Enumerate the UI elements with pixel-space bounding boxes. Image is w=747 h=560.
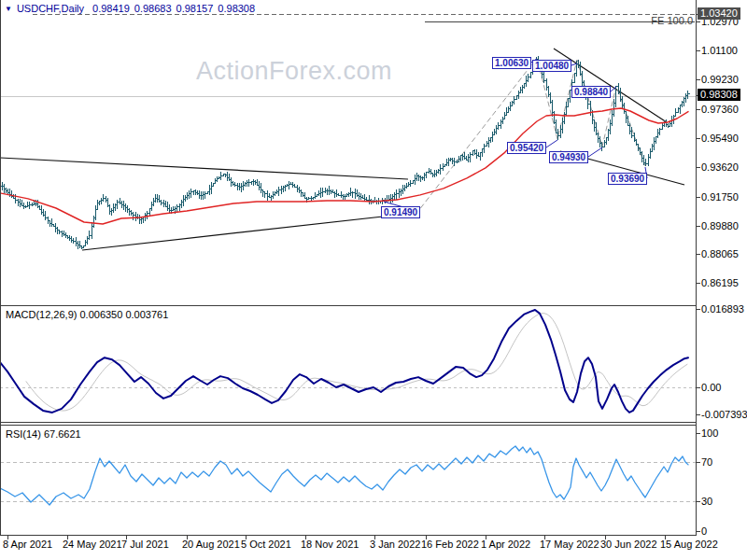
price-axis-label: 1.01100: [701, 45, 738, 56]
macd-line: [0, 310, 688, 413]
macd-axis-label: 0.016893: [701, 303, 744, 315]
date-axis-label: 15 Aug 2022: [660, 539, 718, 550]
date-axis-label: 5 Oct 2021: [241, 539, 291, 550]
swing-price-label: 1.00630: [492, 57, 531, 69]
price-axis-label: 0.99230: [701, 74, 739, 85]
chart-widget: ▼USDCHF,Daily0.984190.986830.981570.9830…: [0, 0, 747, 560]
date-axis-label: 17 May 2022: [540, 539, 599, 550]
price-axis-label: 0.89880: [701, 220, 739, 231]
swing-price-label: 0.94930: [549, 151, 588, 163]
swing-price-label: 0.95420: [507, 142, 546, 154]
macd-axis-label: -0.007393: [701, 409, 747, 420]
swing-label-tail: [588, 147, 602, 157]
date-axis-label: 1 Apr 2022: [481, 539, 530, 550]
rsi-axis-label: 100: [701, 427, 718, 439]
swing-price-label: 0.98840: [571, 86, 611, 98]
price-axis-label: 0.97360: [701, 104, 739, 115]
date-axis-label: 16 Feb 2022: [421, 539, 479, 550]
date-axis-label: 30 Jun 2022: [600, 539, 657, 550]
swing-price-label: 0.93690: [608, 173, 647, 185]
rsi-axis-label: 30: [701, 496, 712, 507]
symbol-timeframe: USDCHF,Daily: [17, 3, 84, 14]
swing-label-tail: [546, 140, 557, 147]
macd-indicator-label: MACD(12,26,9) 0.006350 0.003761: [6, 309, 168, 320]
price-axis-label-highlight: 0.98308: [698, 89, 740, 101]
rsi-indicator-label: RSI(14) 67.6621: [6, 428, 81, 440]
price-axis-label-highlight: 1.03420: [698, 7, 740, 20]
quote-low: 0.98157: [176, 3, 214, 14]
rsi-axis-label: 0: [701, 525, 707, 537]
date-axis-label: 3 Jan 2022: [370, 539, 420, 550]
quote-high: 0.98683: [134, 3, 172, 14]
rsi-axis-label: 70: [701, 456, 712, 468]
title-bar: ▼USDCHF,Daily0.984190.986830.981570.9830…: [5, 3, 260, 14]
date-axis-label: 24 May 2021: [63, 539, 122, 550]
date-axis-label: 8 Apr 2021: [3, 539, 52, 550]
watermark: ActionForex.com: [107, 57, 481, 86]
price-axis-label: 0.86195: [701, 277, 739, 288]
price-axis-label: 0.91750: [701, 191, 739, 203]
price-axis-label: 0.95490: [701, 133, 739, 144]
macd-signal-line: [26, 314, 687, 411]
quote-open: 0.98419: [92, 3, 130, 14]
quote-close: 0.98308: [218, 3, 255, 14]
moving-average-line: [0, 108, 688, 224]
price-axis-label: 0.93620: [701, 161, 739, 173]
fib-expansion-label: FE 100.0: [651, 15, 693, 26]
swing-price-label: 1.00480: [532, 60, 571, 72]
symbol-dropdown-icon[interactable]: ▼: [5, 5, 12, 13]
macd-axis-label: 0.00: [701, 382, 721, 393]
trendline: [0, 158, 408, 179]
swing-price-label: 0.91490: [381, 206, 420, 218]
date-axis-label: 20 Aug 2021: [182, 539, 240, 550]
rsi-line: [0, 446, 688, 505]
date-axis-label: 18 Nov 2021: [301, 539, 359, 550]
price-axis-label: 0.88065: [701, 248, 739, 259]
trendline: [82, 214, 408, 250]
date-axis-label: 7 Jul 2021: [121, 539, 169, 550]
